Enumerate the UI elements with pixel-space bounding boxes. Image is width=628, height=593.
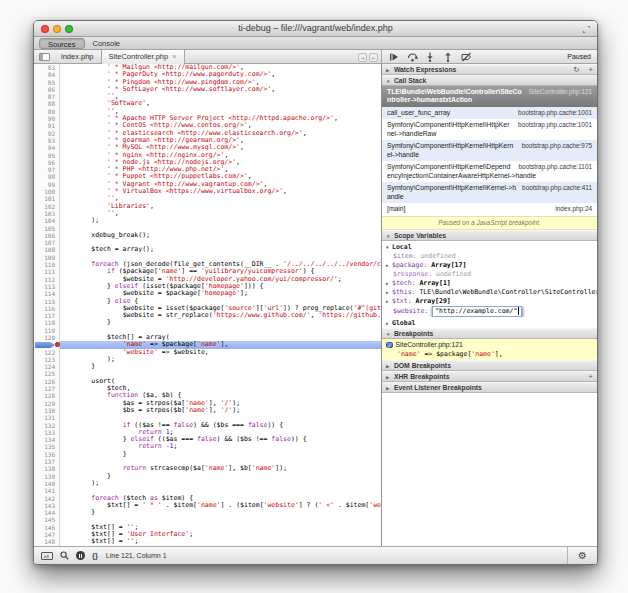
line-number-gutter[interactable]: 92 [34,130,60,137]
line-number-gutter[interactable]: 133 [34,429,60,436]
call-stack-frame[interactable]: bootstrap.php.cache:1001call_user_func_a… [382,107,597,119]
line-number-gutter[interactable]: 98 [34,173,60,180]
code-line-text[interactable]: $txt[] = 'User Interface'; [60,531,381,538]
line-number-gutter[interactable]: 110 [34,261,60,268]
code-line-text[interactable]: ' * elasticsearch <http://www.elasticsea… [60,130,381,137]
call-stack-frame[interactable]: index.php:24[main] [382,203,597,215]
breakpoint-entry[interactable]: ✓SiteController.php:121 'name' => $packa… [382,339,597,360]
code-line-text[interactable]: '', [60,108,381,115]
line-number-gutter[interactable]: 119 [34,327,60,334]
code-line-text[interactable]: $website = 'http://developer.yahoo.com/y… [60,276,381,283]
line-number-gutter[interactable]: 112 [34,276,60,283]
line-number-gutter[interactable]: 134 [34,436,60,443]
line-number-gutter[interactable]: 102 [34,203,60,210]
code-line-text[interactable]: } [60,363,381,370]
line-number-gutter[interactable]: 113 [34,283,60,290]
breakpoints-header[interactable]: ▼ Breakpoints [382,328,597,339]
scope-variable[interactable]: $website: "http://example.com/" [382,306,597,317]
dom-breakpoints-header[interactable]: ▶ DOM Breakpoints [382,360,597,371]
line-number-gutter[interactable]: 104 [34,217,60,224]
code-line-text[interactable]: function ($a, $b) { [60,392,381,399]
code-line-text[interactable] [60,370,381,377]
tab-nav-forward-button[interactable]: ▸ [369,53,378,62]
line-number-gutter[interactable]: 111 [34,268,60,275]
code-line-text[interactable]: $txt[] = ''; [60,538,381,545]
code-line-text[interactable] [60,414,381,421]
code-line-text[interactable]: } [60,451,381,458]
line-number-gutter[interactable]: 91 [34,122,60,129]
code-line-text[interactable]: } [60,319,381,326]
code-line-text[interactable]: $tech = array(); [60,246,381,253]
line-number-gutter[interactable]: 139 [34,473,60,480]
scope-variable[interactable]: ▶$txt: Array[29] [382,297,597,306]
code-line-text[interactable] [60,458,381,465]
line-number-gutter[interactable]: 122 [34,349,60,356]
code-line-text[interactable]: $tech, [60,385,381,392]
code-line-text[interactable]: ); [60,217,381,224]
line-number-gutter[interactable]: 96 [34,159,60,166]
line-number-gutter[interactable]: 94 [34,144,60,151]
code-line-text[interactable]: usort( [60,378,381,385]
variable-value[interactable]: "http://example.com/" [432,306,522,317]
line-number-gutter[interactable]: 124 [34,363,60,370]
line-number-gutter[interactable]: 144 [34,509,60,516]
code-line-text[interactable]: $website = isset($package['source']['url… [60,305,381,312]
code-line-text[interactable]: ' * Mailgun <http://mailgun.com/>', [60,64,381,71]
line-number-gutter[interactable]: 142 [34,495,60,502]
step-out-icon[interactable] [441,51,455,62]
fullscreen-icon[interactable] [582,25,591,34]
line-number-gutter[interactable]: 140 [34,480,60,487]
line-number-gutter[interactable]: 105 [34,225,60,232]
code-line-text[interactable]: '', [60,210,381,217]
code-line-text[interactable]: ' * PHP <http://www.php.net/>', [60,166,381,173]
code-line-text[interactable]: $txt[] = ''; [60,524,381,531]
line-number-gutter[interactable]: 129 [34,400,60,407]
code-line-text[interactable]: ' * Pingdom <http://www.pingdom.com/>', [60,79,381,86]
line-number-gutter[interactable]: 84 [34,71,60,78]
line-number-gutter[interactable]: 101 [34,195,60,202]
code-line-text[interactable] [60,239,381,246]
code-line-text[interactable]: 'Libraries', [60,203,381,210]
code-line-text[interactable] [60,254,381,261]
code-line-text[interactable]: ' * CentOS <http://www.centos.org/>', [60,122,381,129]
line-number-gutter[interactable]: 127 [34,385,60,392]
line-number-gutter[interactable]: 95 [34,152,60,159]
line-number-gutter[interactable]: 141 [34,487,60,494]
line-number-gutter[interactable]: 128 [34,392,60,399]
line-number-gutter[interactable]: 118 [34,319,60,326]
code-line-text[interactable]: ' * MySQL <http://www.mysql.com/>', [60,144,381,151]
line-number-gutter[interactable]: 116 [34,305,60,312]
line-number-gutter[interactable]: 130 [34,407,60,414]
event-listener-breakpoints-header[interactable]: ▶ Event Listener Breakpoints [382,382,597,393]
line-number-gutter[interactable]: 87 [34,93,60,100]
line-number-gutter[interactable]: 143 [34,502,60,509]
scope-variable[interactable]: $item: undefined [382,252,597,261]
line-number-gutter[interactable]: 145 [34,516,60,523]
line-number-gutter[interactable]: 90 [34,115,60,122]
tab-nav-back-button[interactable]: ◂ [358,53,367,62]
code-line-text[interactable]: ' * VirtualBox <https://www.virtualbox.o… [60,188,381,195]
console-toggle-icon[interactable]: »≡ [41,552,53,560]
line-number-gutter[interactable]: 125 [34,370,60,377]
code-line-text[interactable]: 'website' => $website, [60,349,381,356]
line-number-gutter[interactable]: 106 [34,232,60,239]
xhr-breakpoints-header[interactable]: ▶ XHR Breakpoints + [382,371,597,382]
line-number-gutter[interactable]: 103 [34,210,60,217]
line-number-gutter[interactable]: 126 [34,378,60,385]
code-line-text[interactable]: ' * gearman <http://gearman.org/>', [60,137,381,144]
toggle-breakpoints-icon[interactable] [459,51,473,62]
line-number-gutter[interactable]: 115 [34,298,60,305]
breakpoint-checkbox[interactable]: ✓ [386,342,393,349]
line-number-gutter[interactable]: 88 [34,100,60,107]
code-line-text[interactable]: xdebug_break(); [60,232,381,239]
call-stack-frame[interactable]: bootstrap.php.cache:975Symfony\Component… [382,140,597,161]
code-line-text[interactable]: ); [60,480,381,487]
code-line-text[interactable] [60,225,381,232]
code-line-text[interactable]: ' * nginx <http://nginx.org/>', [60,152,381,159]
call-stack-frame[interactable]: bootstrap.php.cache:1001Symfony\Componen… [382,119,597,140]
code-line-text[interactable]: '', [60,93,381,100]
code-editor[interactable]: 83 ' * Mailgun <http://mailgun.com/>',84… [34,64,381,546]
line-number-gutter[interactable]: 107 [34,239,60,246]
line-number-gutter[interactable]: 86 [34,86,60,93]
line-number-gutter[interactable]: 100 [34,188,60,195]
